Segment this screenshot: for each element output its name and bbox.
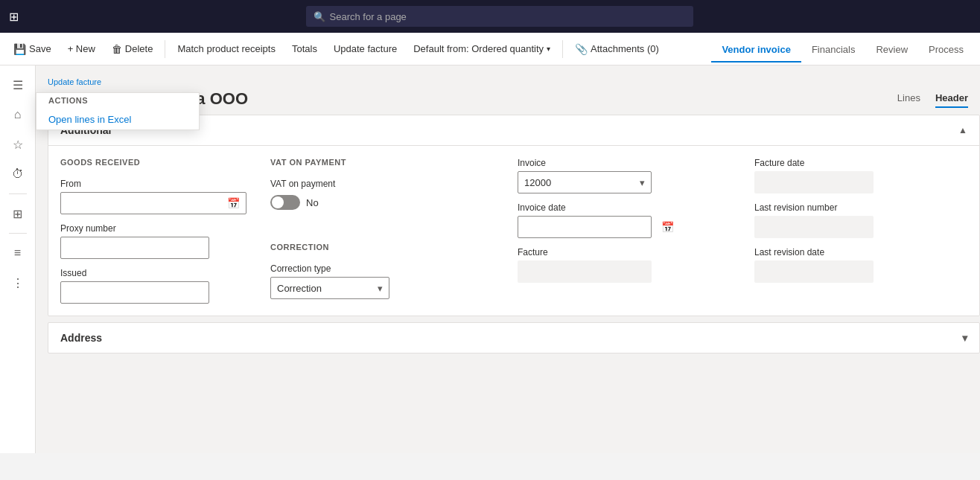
vat-toggle[interactable]	[270, 195, 300, 210]
tab-process[interactable]: Process	[918, 38, 974, 63]
search-icon: 🔍	[314, 11, 325, 22]
additional-form-grid: GOODS RECEIVED From 📅 Proxy number	[60, 158, 967, 304]
tab-financials[interactable]: Financials	[801, 38, 866, 63]
separator-2	[562, 40, 563, 58]
search-input[interactable]	[330, 11, 686, 22]
proxy-number-input[interactable]	[60, 237, 209, 259]
issued-group: Issued	[60, 268, 246, 304]
delete-button[interactable]: 🗑 Delete	[104, 39, 161, 60]
sidebar-grid[interactable]: ⊞	[4, 200, 31, 227]
correction-type-group: Correction type Correction ▾	[270, 263, 494, 299]
sidebar-menu[interactable]: ⋮	[4, 269, 31, 296]
actions-dropdown: ACTIONS Open lines in Excel	[36, 92, 200, 130]
correction-section-label: CORRECTION	[270, 243, 494, 252]
facture-date-input: 7/23/2019	[754, 171, 874, 193]
facture-label: Facture	[518, 247, 731, 257]
attachments-button[interactable]: 📎 Attachments (0)	[567, 39, 666, 60]
view-tab-lines[interactable]: Lines	[897, 92, 920, 108]
correction-type-value: Correction	[277, 283, 322, 294]
last-revision-date-label: Last revision date	[754, 247, 967, 257]
sidebar-list[interactable]: ≡	[4, 240, 31, 266]
open-lines-excel-link[interactable]: Open lines in Excel	[36, 109, 199, 129]
sidebar-hamburger[interactable]: ☰	[4, 71, 31, 98]
issued-label: Issued	[60, 268, 246, 278]
from-label: From	[60, 179, 246, 189]
last-revision-number-label: Last revision number	[754, 202, 967, 213]
invoice-col: Invoice 12000 ▾ Invoice date 7/23/2019 📅	[518, 158, 731, 304]
view-tabs: Lines Header	[897, 77, 980, 108]
separator	[165, 40, 165, 58]
command-bar: 💾 Save + New 🗑 Delete Match product rece…	[0, 33, 980, 65]
address-section-title: Address	[60, 332, 102, 344]
correction-type-select[interactable]: Correction ▾	[270, 277, 389, 299]
facture-date-group: Facture date 7/23/2019	[754, 158, 967, 193]
invoice-chevron: ▾	[640, 177, 645, 188]
sidebar-separator-2	[9, 233, 27, 234]
chevron-down-icon: ▾	[547, 45, 550, 53]
save-icon: 💾	[13, 43, 26, 55]
goods-received-label: GOODS RECEIVED	[60, 158, 246, 167]
match-receipts-button[interactable]: Match product receipts	[170, 39, 283, 59]
from-input-wrapper: 📅	[60, 192, 246, 214]
address-section: Address ▾	[48, 322, 980, 353]
vat-toggle-text: No	[306, 197, 319, 208]
invoice-date-input[interactable]: 7/23/2019	[518, 217, 655, 237]
sidebar-clock[interactable]: ⏱	[4, 161, 31, 188]
default-from-button[interactable]: Default from: Ordered quantity ▾	[406, 39, 558, 59]
facture-group: Facture 120001	[518, 247, 731, 283]
proxy-number-group: Proxy number	[60, 223, 246, 259]
invoice-group: Invoice 12000 ▾	[518, 158, 731, 193]
view-tab-header[interactable]: Header	[935, 92, 968, 108]
new-button[interactable]: + New	[60, 39, 103, 59]
vat-label: VAT on payment	[270, 179, 494, 189]
additional-section-body: GOODS RECEIVED From 📅 Proxy number	[48, 146, 979, 316]
tab-review[interactable]: Review	[865, 38, 918, 63]
totals-button[interactable]: Totals	[284, 39, 325, 59]
update-facture-link[interactable]: Update facture	[48, 77, 248, 86]
sidebar-star[interactable]: ☆	[4, 131, 31, 158]
invoice-label: Invoice	[518, 158, 731, 168]
issued-input[interactable]	[60, 281, 209, 304]
vat-correction-col: VAT ON PAYMENT VAT on payment No CORRECT…	[270, 158, 494, 304]
apps-icon[interactable]: ⊞	[9, 10, 19, 24]
layout: ☰ ⌂ ☆ ⏱ ⊞ ≡ ⋮ ACTIONS Open lines in Exce…	[0, 65, 980, 453]
correction-type-chevron: ▾	[378, 283, 383, 294]
facture-input: 120001	[518, 260, 652, 283]
address-section-header[interactable]: Address ▾	[48, 323, 979, 353]
save-button[interactable]: 💾 Save	[6, 39, 59, 60]
tab-vendor-invoice[interactable]: Vendor invoice	[711, 38, 801, 63]
from-calendar-icon[interactable]: 📅	[221, 197, 246, 209]
sidebar-home[interactable]: ⌂	[4, 101, 31, 128]
goods-received-col: GOODS RECEIVED From 📅 Proxy number	[60, 158, 246, 304]
sidebar: ☰ ⌂ ☆ ⏱ ⊞ ≡ ⋮	[0, 65, 36, 453]
address-collapse-icon: ▾	[962, 332, 967, 344]
vat-on-payment-label: VAT ON PAYMENT	[270, 158, 494, 167]
invoice-select[interactable]: 12000 ▾	[518, 171, 652, 193]
search-bar: 🔍	[306, 6, 693, 27]
last-revision-number-input: 0	[754, 216, 874, 238]
invoice-date-calendar-icon[interactable]: 📅	[655, 221, 680, 233]
facture-date-label: Facture date	[754, 158, 967, 168]
last-revision-number-group: Last revision number 0	[754, 202, 967, 238]
invoice-date-label: Invoice date	[518, 202, 731, 213]
last-revision-date-input	[754, 260, 874, 283]
invoice-date-wrapper: 7/23/2019 📅	[518, 216, 652, 238]
correction-type-label: Correction type	[270, 263, 494, 274]
vat-toggle-wrapper: No	[270, 195, 494, 210]
main-content: ACTIONS Open lines in Excel Update factu…	[36, 65, 980, 453]
delete-icon: 🗑	[112, 43, 122, 55]
vat-toggle-group: VAT on payment No	[270, 179, 494, 210]
additional-section: Additional ▲ GOODS RECEIVED From 📅	[48, 115, 980, 316]
facture-date-col: Facture date 7/23/2019 Last revision num…	[754, 158, 967, 304]
last-revision-date-group: Last revision date	[754, 247, 967, 283]
invoice-value: 12000	[524, 177, 551, 188]
additional-collapse-icon: ▲	[958, 125, 967, 135]
attachment-icon: 📎	[575, 43, 588, 55]
proxy-number-label: Proxy number	[60, 223, 246, 234]
sidebar-separator	[9, 193, 27, 194]
update-facture-button[interactable]: Update facture	[326, 39, 404, 59]
from-input[interactable]	[61, 193, 221, 214]
invoice-date-group: Invoice date 7/23/2019 📅	[518, 202, 731, 238]
top-bar: ⊞ 🔍	[0, 0, 980, 33]
from-group: From 📅	[60, 179, 246, 214]
